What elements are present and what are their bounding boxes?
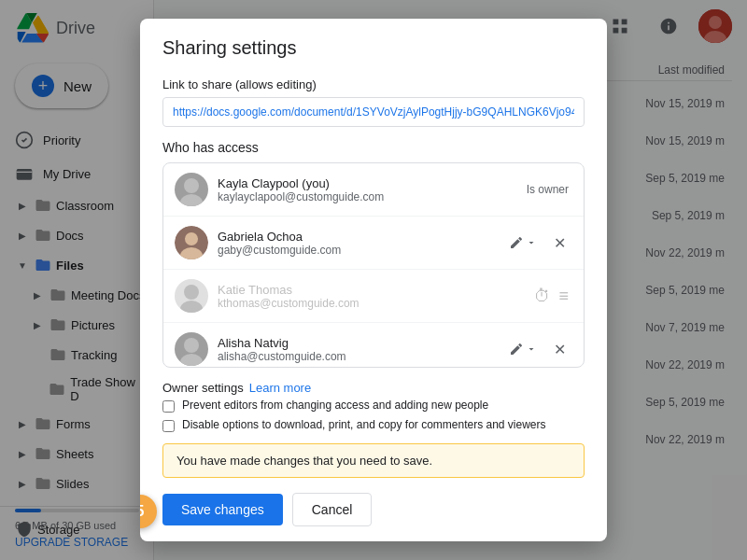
remove-user-button-gabriela[interactable]: ✕	[546, 230, 572, 256]
remove-user-button-alisha[interactable]: ✕	[546, 336, 572, 362]
changes-banner-text: You have made changes that you need to s…	[176, 454, 432, 468]
svg-point-12	[184, 338, 199, 353]
user-email-katie: kthomas@customguide.com	[218, 297, 525, 310]
svg-point-10	[184, 285, 199, 300]
user-email-alisha: alisha@customguide.com	[218, 350, 494, 363]
learn-more-link[interactable]: Learn more	[249, 381, 311, 395]
access-list: Kayla Claypool (you) kaylayclapool@custo…	[162, 162, 585, 368]
checkbox-disable-download: Disable options to download, print, and …	[162, 418, 585, 432]
access-row-kayla: Kayla Claypool (you) kaylayclapool@custo…	[163, 163, 584, 217]
svg-point-8	[185, 232, 198, 245]
user-name-gabriela: Gabriela Ochoa	[218, 230, 494, 244]
modal-overlay: Sharing settings Link to share (allows e…	[0, 0, 747, 560]
user-actions-katie: ⏱ ≡	[534, 287, 572, 306]
link-label: Link to share (allows editing)	[162, 77, 585, 91]
owner-settings-section: Owner settings Learn more Prevent editor…	[162, 381, 585, 432]
modal-title: Sharing settings	[162, 37, 585, 59]
user-info-alisha: Alisha Natvig alisha@customguide.com	[218, 336, 494, 363]
user-name-katie: Katie Thomas	[218, 283, 525, 297]
changes-banner: You have made changes that you need to s…	[162, 443, 585, 478]
share-link-input[interactable]	[162, 97, 585, 127]
checkbox-prevent-editors: Prevent editors from changing access and…	[162, 399, 585, 413]
cancel-button[interactable]: Cancel	[292, 493, 373, 526]
access-row-katie: Katie Thomas kthomas@customguide.com ⏱ ≡	[163, 270, 584, 323]
edit-permission-button-gabriela[interactable]	[503, 231, 543, 254]
user-avatar-kayla	[175, 173, 208, 206]
user-email-gabriela: gaby@customguide.com	[218, 244, 494, 257]
disable-download-label: Disable options to download, print, and …	[182, 418, 546, 431]
user-info-katie: Katie Thomas kthomas@customguide.com	[218, 283, 525, 310]
user-info-kayla: Kayla Claypool (you) kaylayclapool@custo…	[218, 176, 517, 203]
owner-settings-label: Owner settings Learn more	[162, 381, 585, 395]
modal-header: Sharing settings	[140, 19, 607, 66]
svg-point-11	[180, 301, 203, 313]
user-name-kayla: Kayla Claypool (you)	[218, 176, 517, 190]
user-avatar-katie	[175, 279, 208, 313]
user-actions-gabriela: ✕	[503, 230, 572, 256]
owner-settings-text: Owner settings	[162, 381, 244, 395]
modal-body: Link to share (allows editing) Who has a…	[140, 66, 607, 482]
prevent-editors-checkbox[interactable]	[162, 400, 175, 413]
user-email-kayla: kaylayclapool@customguide.com	[218, 190, 517, 203]
access-row-alisha: Alisha Natvig alisha@customguide.com ✕	[163, 323, 584, 368]
user-role-kayla: Is owner	[527, 183, 569, 196]
sharing-settings-modal: Sharing settings Link to share (allows e…	[140, 19, 607, 541]
user-info-gabriela: Gabriela Ochoa gaby@customguide.com	[218, 230, 494, 257]
who-has-access-label: Who has access	[162, 140, 585, 155]
svg-point-6	[180, 194, 203, 206]
disable-download-checkbox[interactable]	[162, 420, 175, 432]
pending-list-icon: ≡	[558, 287, 569, 306]
svg-point-5	[184, 178, 199, 193]
user-avatar-alisha	[175, 332, 208, 366]
pending-clock-icon: ⏱	[534, 287, 551, 306]
prevent-editors-label: Prevent editors from changing access and…	[182, 399, 488, 412]
user-name-alisha: Alisha Natvig	[218, 336, 494, 350]
step-badge: 5	[140, 495, 157, 528]
modal-footer: 5 Save changes Cancel	[140, 482, 607, 541]
access-row-gabriela: Gabriela Ochoa gaby@customguide.com ✕	[163, 217, 584, 270]
svg-point-13	[180, 354, 203, 366]
user-actions-alisha: ✕	[503, 336, 572, 362]
save-changes-button[interactable]: Save changes	[162, 494, 283, 525]
user-avatar-gabriela	[175, 226, 208, 259]
edit-permission-button-alisha[interactable]	[503, 338, 543, 360]
